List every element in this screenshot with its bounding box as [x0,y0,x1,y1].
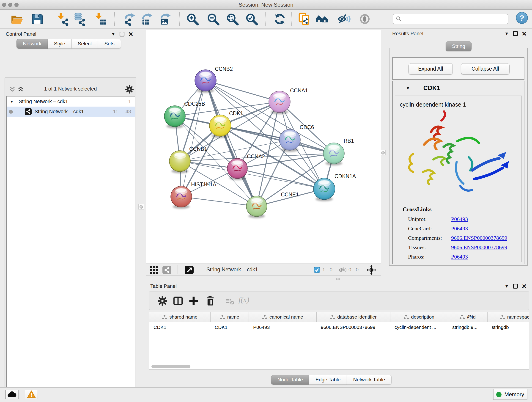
protein-structure-image [399,110,518,202]
table-panel-float-icon[interactable]: ▼ [505,284,509,288]
results-panel-tab-bar: String [446,41,472,51]
hidden-elements-eye-icon[interactable] [339,267,346,274]
column-header-description[interactable]: description [390,312,448,322]
network-canvas[interactable]: CCNB2CCNA1CDC25BCDK1CDC6RB1CCNB1CCNA2CDK… [146,30,381,263]
add-column-icon[interactable] [189,296,199,306]
zoom-fit-icon[interactable] [226,12,239,26]
network-row-selected[interactable]: String Network – cdk1 11 48 [7,107,135,117]
pan-mode-crosshair-icon[interactable] [366,265,376,275]
home-networks-icon[interactable] [315,12,329,26]
delete-table-icon[interactable] [226,297,234,306]
results-panel-float-icon[interactable]: ▼ [505,32,509,36]
node-label-CDK1: CDK1 [229,110,243,116]
selected-nodes-checkbox-icon[interactable] [314,267,320,273]
grid-view-icon[interactable] [150,266,158,274]
expand-all-button[interactable]: Expand All [409,63,453,75]
save-session-icon[interactable] [31,12,44,26]
table-cell: stringdb [488,322,529,332]
tab-network-table[interactable]: Network Table [347,375,392,385]
export-table-icon[interactable] [140,12,153,26]
network-edge-CCNB2-CCNA1[interactable] [206,80,279,102]
toolbar-separator [114,12,115,26]
cloud-status-button[interactable] [5,390,19,399]
column-header-shared-name[interactable]: shared name [149,312,210,322]
memory-button[interactable]: Memory [493,389,527,400]
column-header-namespace[interactable]: namespace [488,312,529,322]
show-graphics-icon[interactable] [358,12,371,26]
tab-edge-table[interactable]: Edge Table [309,375,347,385]
network-collection-row[interactable]: ▼ String Network – cdk1 1 [7,96,135,107]
help-button[interactable]: ? [516,12,528,24]
tab-network[interactable]: Network [17,39,48,49]
tab-sets[interactable]: Sets [98,39,121,49]
tree-expander-icon[interactable]: ▼ [10,99,14,104]
crosslink-row: Uniprot:P06493 [408,216,521,222]
gene-section-header[interactable]: ▼ CDK1 [393,81,524,95]
table-panel-tabs: Node TableEdge TableNetwork Table [271,375,392,385]
import-table-icon[interactable] [94,12,107,26]
control-panel-float-icon[interactable]: ▼ [111,32,115,36]
crosslink-value-link[interactable]: P06493 [451,225,468,232]
node-gloss [215,117,225,121]
crosslink-value-link[interactable]: 9606.ENSP00000378699 [451,235,507,241]
left-splitter-handle[interactable] [138,204,144,210]
table-panel-maximize-icon[interactable] [513,284,518,288]
network-options-gear-icon[interactable] [125,85,134,94]
table-panel-close-icon[interactable]: × [522,283,526,289]
column-header--id[interactable]: @id [448,312,488,322]
results-panel-close-icon[interactable]: × [522,31,526,36]
gene-section-expander-icon[interactable]: ▼ [406,86,410,90]
column-header-canonical-name[interactable]: canonical name [249,312,317,322]
network-edge-HIST1H1A-CCNE1[interactable] [181,197,257,206]
search-field[interactable] [393,14,508,24]
function-builder-icon[interactable]: f(x) [239,295,249,304]
column-type-icon [220,315,225,319]
column-type-icon [330,315,335,319]
table-horizontal-scrollbar[interactable] [152,365,190,368]
export-image-icon[interactable] [158,12,171,26]
current-network-name: String Network – cdk1 [206,267,258,273]
column-header-name[interactable]: name [210,312,249,322]
hide-unhide-icon[interactable] [337,12,351,26]
warning-status-button[interactable] [25,390,38,399]
control-panel-close-icon[interactable]: × [128,31,133,37]
table-row[interactable]: CDK1CDK1P064939606.ENSP00000378699cyclin… [149,322,529,332]
import-network-database-icon[interactable] [73,12,86,26]
zoom-in-icon[interactable] [186,12,199,26]
tab-string[interactable]: String [446,41,472,51]
node-gloss [285,132,295,135]
refresh-layout-icon[interactable] [273,12,286,26]
collapse-all-button[interactable]: Collapse All [461,63,510,75]
network-share-icon [25,108,32,115]
column-type-icon [460,315,465,319]
show-columns-icon[interactable] [173,296,183,306]
zoom-out-icon[interactable] [206,12,220,26]
delete-column-icon[interactable] [206,296,215,306]
network-edge-CCNA2-CDKN1A[interactable] [237,168,324,189]
cloud-icon [7,391,17,398]
results-panel-maximize-icon[interactable] [513,31,518,36]
zoom-selected-icon[interactable] [245,12,258,26]
open-session-icon[interactable] [10,12,23,26]
crosslink-value-link[interactable]: P06493 [451,216,468,222]
crosslink-value-link[interactable]: 9606.ENSP00000378699 [451,244,507,250]
tab-select[interactable]: Select [71,39,98,49]
control-panel-maximize-icon[interactable] [120,32,124,36]
tab-style[interactable]: Style [48,39,72,49]
export-network-icon[interactable] [123,12,136,26]
open-in-window-icon[interactable] [185,266,194,274]
tab-node-table[interactable]: Node Table [271,375,309,385]
node-gloss [175,153,185,157]
clone-network-icon[interactable] [298,12,311,26]
network-share-view-icon[interactable] [162,266,171,274]
network-status-dot [9,110,13,114]
search-input[interactable] [402,16,500,22]
network-edge-CDK1-RB1[interactable] [220,126,334,153]
horizontal-splitter-handle[interactable] [336,278,340,280]
node-gloss [274,93,285,97]
status-bar: Memory [0,387,532,402]
column-header-database-identifier[interactable]: database identifier [317,312,390,322]
table-options-gear-icon[interactable] [157,296,167,306]
import-network-file-icon[interactable] [56,12,70,26]
crosslink-value-link[interactable]: P06493 [451,254,468,260]
